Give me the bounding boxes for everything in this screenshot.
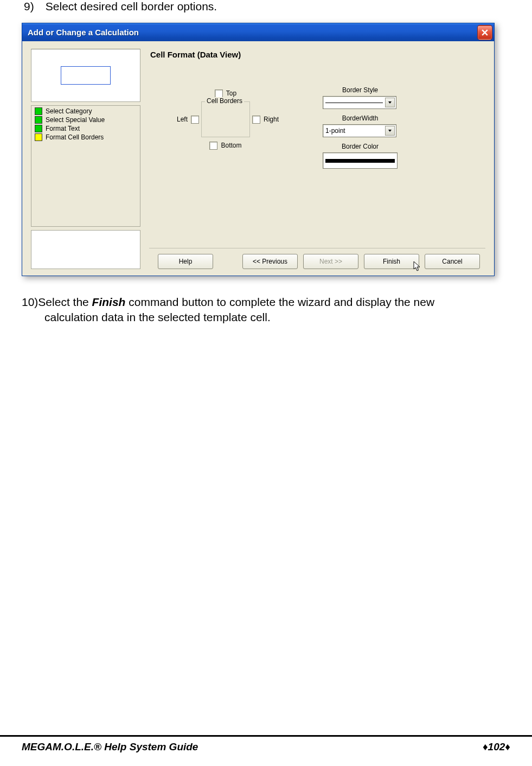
wizard-step-label: Format Text	[46, 125, 80, 132]
border-style-combo[interactable]	[323, 96, 396, 109]
top-border-checkbox[interactable]	[215, 90, 223, 98]
wizard-step-item[interactable]: Select Special Value	[31, 116, 140, 124]
preview-panel	[31, 49, 140, 102]
status-swatch-icon	[35, 125, 42, 132]
page-footer: MEGAM.O.L.E.® Help System Guide ♦102♦	[0, 735, 532, 753]
step-10-post: command button to complete the wizard an…	[125, 296, 434, 308]
right-border-label: Right	[264, 116, 279, 123]
preview-cell	[61, 66, 111, 85]
dialog-window: Add or Change a Calculation Select Categ…	[22, 23, 495, 276]
wizard-step-label: Format Cell Borders	[46, 133, 104, 141]
step-10-line2: calculation data in the selected templat…	[22, 310, 510, 325]
close-icon	[482, 29, 488, 36]
border-color-picker[interactable]	[323, 152, 398, 169]
footer-title: MEGAM.O.L.E.® Help System Guide	[22, 741, 198, 753]
finish-button[interactable]: Finish	[364, 254, 419, 269]
description-panel	[31, 230, 140, 269]
next-button: Next >>	[303, 254, 358, 269]
step-10: 10)Select the Finish command button to c…	[22, 295, 510, 325]
wizard-step-label: Select Special Value	[46, 116, 105, 124]
status-swatch-icon	[35, 133, 42, 141]
left-border-checkbox[interactable]	[191, 116, 199, 124]
border-style-label: Border Style	[323, 86, 398, 94]
cancel-button[interactable]: Cancel	[425, 254, 480, 269]
step-10-bold: Finish	[92, 296, 126, 308]
dropdown-arrow-icon	[385, 126, 395, 136]
footer-page: ♦102♦	[483, 741, 510, 753]
wizard-step-item[interactable]: Format Text	[31, 124, 140, 133]
previous-button[interactable]: << Previous	[242, 254, 298, 269]
border-width-label: BorderWidth	[323, 114, 398, 122]
cursor-icon	[413, 261, 422, 273]
step-10-num: 10)	[22, 295, 38, 310]
footer-rest: M.O.L.E.® Help System Guide	[53, 741, 198, 752]
border-width-value: 1-point	[325, 127, 385, 135]
dropdown-arrow-icon	[385, 98, 395, 107]
top-border-label: Top	[226, 90, 236, 98]
step-9: 9) Select desired cell border options.	[22, 0, 510, 13]
border-color-label: Border Color	[323, 143, 398, 150]
cell-borders-group: Top Left Cell Borders	[168, 86, 290, 152]
border-color-swatch	[325, 159, 395, 163]
cell-borders-legend: Cell Borders	[205, 97, 244, 105]
window-title: Add or Change a Calculation	[28, 28, 478, 37]
titlebar[interactable]: Add or Change a Calculation	[22, 23, 494, 41]
step-10-pre: Select the	[38, 296, 92, 308]
wizard-step-item[interactable]: Format Cell Borders	[31, 133, 140, 142]
help-button[interactable]: Help	[158, 254, 213, 269]
bottom-border-label: Bottom	[221, 142, 241, 150]
status-swatch-icon	[35, 107, 42, 115]
wizard-step-label: Select Category	[46, 107, 92, 115]
bottom-border-checkbox[interactable]	[209, 142, 217, 150]
panel-heading: Cell Format (Data View)	[149, 49, 485, 86]
footer-mega: MEGA	[22, 741, 53, 752]
wizard-steps-list: Select Category Select Special Value For…	[31, 105, 140, 227]
right-border-checkbox[interactable]	[252, 116, 260, 124]
step-9-num: 9)	[24, 0, 42, 13]
wizard-button-row: Help << Previous Next >> Finish Cancel	[149, 248, 485, 269]
border-width-combo[interactable]: 1-point	[323, 124, 396, 137]
step-9-text: Select desired cell border options.	[46, 0, 217, 12]
status-swatch-icon	[35, 116, 42, 124]
cell-borders-fieldset: Cell Borders	[201, 101, 250, 137]
wizard-step-item[interactable]: Select Category	[31, 107, 140, 116]
border-style-value	[325, 103, 383, 103]
close-button[interactable]	[478, 25, 492, 40]
left-border-label: Left	[177, 116, 188, 123]
